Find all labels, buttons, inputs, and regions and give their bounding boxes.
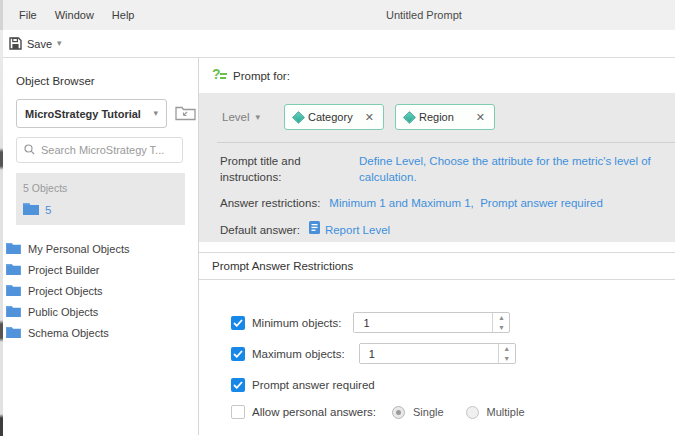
save-label: Save (27, 38, 52, 50)
minimum-objects-input[interactable] (354, 313, 492, 332)
prompt-for-label: Prompt for: (233, 70, 290, 82)
search-placeholder: Search MicroStrategy T... (41, 144, 164, 156)
folder-label: Public Objects (28, 306, 98, 318)
selection-folder-label: 5 (45, 204, 51, 216)
app-window: File Window Help Untitled Prompt Save ▾ … (0, 0, 675, 436)
close-icon[interactable]: ✕ (476, 111, 485, 124)
restrictions-section-header: Prompt Answer Restrictions (199, 252, 675, 280)
menu-file[interactable]: File (10, 9, 46, 21)
folder-icon (23, 202, 39, 217)
chip-region[interactable]: Region ✕ (395, 104, 495, 130)
folder-tree: My Personal Objects Project Builder Proj… (0, 238, 198, 343)
minimum-objects-stepper[interactable]: ▲ ▼ (353, 312, 510, 333)
chip-label: Category (308, 111, 353, 123)
folder-icon (6, 242, 21, 256)
maximum-objects-input[interactable] (360, 344, 498, 363)
prompt-answer-required-checkbox[interactable] (231, 378, 245, 392)
divider (217, 142, 675, 143)
folder-icon (6, 305, 21, 319)
object-browser-panel: Object Browser MicroStrategy Tutorial ▾ … (0, 58, 199, 435)
project-dropdown-value: MicroStrategy Tutorial (25, 108, 153, 120)
prompt-icon: ? (212, 67, 227, 84)
window-edge-artifact (0, 0, 3, 436)
search-icon (24, 144, 35, 157)
default-answer-label: Default answer: (220, 222, 300, 238)
level-label: Level (222, 111, 250, 123)
chip-label: Region (419, 111, 454, 123)
chip-category[interactable]: Category ✕ (284, 104, 384, 130)
folder-label: Project Objects (28, 285, 103, 297)
restrictions-section-title: Prompt Answer Restrictions (212, 260, 353, 272)
selection-summary[interactable]: 5 Objects 5 (16, 173, 185, 225)
allow-personal-answers-label: Allow personal answers: (252, 406, 376, 418)
attribute-diamond-icon (403, 111, 416, 124)
svg-text:?: ? (212, 67, 221, 82)
multiple-radio-label: Multiple (487, 406, 525, 418)
project-dropdown[interactable]: MicroStrategy Tutorial ▾ (16, 99, 167, 128)
folder-icon (6, 263, 21, 277)
object-browser-title: Object Browser (16, 75, 198, 87)
answer-restrictions-link[interactable]: Minimum 1 and Maximum 1, Prompt answer r… (329, 195, 603, 211)
restrictions-body: Minimum objects: ▲ ▼ Maximum objects: (199, 280, 675, 419)
spinner-down-icon[interactable]: ▼ (499, 354, 515, 364)
folder-item-project-builder[interactable]: Project Builder (0, 259, 198, 280)
single-radio-label: Single (413, 406, 444, 418)
report-icon (309, 221, 320, 238)
menu-bar: File Window Help Untitled Prompt (0, 0, 675, 30)
window-title: Untitled Prompt (386, 0, 462, 30)
prompt-title-link[interactable]: Define Level, Choose the attribute for t… (359, 153, 675, 185)
menu-window[interactable]: Window (46, 9, 103, 21)
multiple-radio-button[interactable] (466, 406, 479, 419)
save-toolbar: Save ▾ (0, 30, 675, 58)
folder-icon (6, 284, 21, 298)
maximum-objects-checkbox[interactable] (231, 347, 245, 361)
save-icon (9, 37, 22, 50)
folder-item-public-objects[interactable]: Public Objects (0, 301, 198, 322)
attribute-diamond-icon (292, 111, 305, 124)
allow-personal-answers-checkbox[interactable] (231, 405, 245, 419)
level-dropdown[interactable]: Level ▾ (220, 111, 284, 123)
folder-item-project-objects[interactable]: Project Objects (0, 280, 198, 301)
folder-icon (6, 326, 21, 340)
prompt-definition-panel: Level ▾ Category ✕ Region ✕ (199, 93, 675, 242)
single-radio-button[interactable] (392, 406, 405, 419)
folder-item-schema-objects[interactable]: Schema Objects (0, 322, 198, 343)
chevron-down-icon: ▾ (256, 113, 261, 122)
prompt-editor-panel: ? Prompt for: Level ▾ Category ✕ (199, 58, 675, 435)
save-button[interactable]: Save ▾ (9, 37, 62, 50)
search-input[interactable]: Search MicroStrategy T... (16, 137, 183, 163)
chevron-down-icon: ▾ (153, 109, 158, 118)
default-answer-value: Report Level (325, 222, 390, 238)
spinner-up-icon[interactable]: ▲ (493, 313, 509, 323)
folder-label: Schema Objects (28, 327, 109, 339)
spinner-down-icon[interactable]: ▼ (493, 323, 509, 333)
close-icon[interactable]: ✕ (365, 111, 374, 124)
maximum-objects-label: Maximum objects: (252, 348, 345, 360)
browse-folder-icon[interactable] (175, 104, 196, 123)
level-chips: Category ✕ Region ✕ (284, 104, 495, 130)
selection-count: 5 Objects (23, 182, 185, 194)
maximum-objects-stepper[interactable]: ▲ ▼ (359, 343, 516, 364)
minimum-objects-checkbox[interactable] (231, 316, 245, 330)
chevron-down-icon[interactable]: ▾ (57, 39, 62, 48)
folder-label: Project Builder (28, 264, 100, 276)
answer-restrictions-label: Answer restrictions: (220, 195, 320, 211)
spinner-up-icon[interactable]: ▲ (499, 344, 515, 354)
minimum-objects-label: Minimum objects: (252, 317, 341, 329)
prompt-answer-required-label: Prompt answer required (252, 379, 375, 391)
default-answer-link[interactable]: Report Level (309, 221, 390, 238)
prompt-title-label: Prompt title and instructions: (220, 153, 350, 185)
folder-item-my-personal-objects[interactable]: My Personal Objects (0, 238, 198, 259)
folder-label: My Personal Objects (28, 243, 129, 255)
prompt-for-header: ? Prompt for: (199, 58, 675, 93)
menu-help[interactable]: Help (103, 9, 144, 21)
